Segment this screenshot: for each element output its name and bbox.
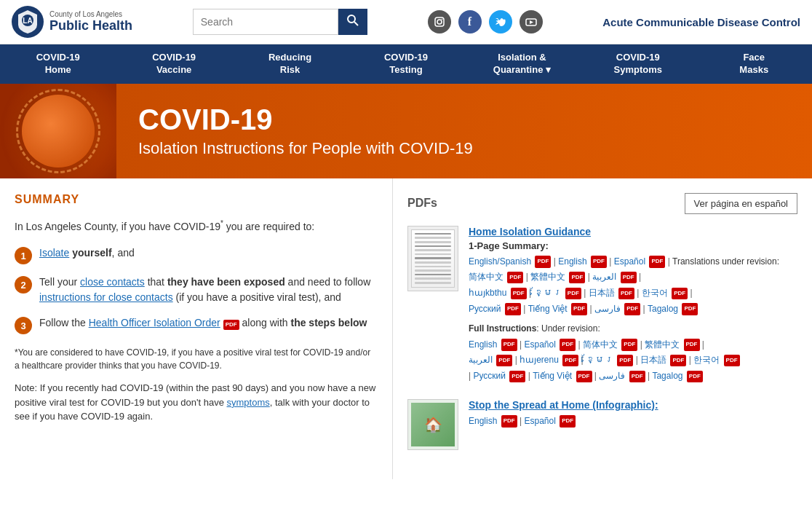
pdfs-panel: PDFs Ver página en español <box>393 178 812 479</box>
search-input[interactable] <box>193 9 338 35</box>
nav-face-masks[interactable]: Face Masks <box>696 44 812 84</box>
pdf-badge: PDF <box>591 256 607 267</box>
pdf-badge: PDF <box>501 415 517 427</box>
pdf-2-links: English PDF | Español PDF <box>469 414 797 430</box>
pdf-japanese-full[interactable]: 日本語 <box>640 355 666 365</box>
pdf-khmer-full[interactable]: ខ្មែរ <box>586 355 613 365</box>
acdc-title: Acute Communicable Disease Control <box>602 16 800 28</box>
pdf-farsi-1[interactable]: فارسی <box>594 304 621 314</box>
close-contact-instructions-link[interactable]: instructions for close contacts <box>39 291 173 303</box>
pdf-badge: PDF <box>617 355 633 366</box>
pdf-details-2: Stop the Spread at Home (Infographic): E… <box>469 399 797 450</box>
social-icons: f <box>428 10 543 34</box>
step-1: 1 Isolate yourself, and <box>15 245 378 264</box>
pdf-vietnamese-1[interactable]: Tiếng Việt <box>528 304 568 314</box>
pdf-english-full[interactable]: English <box>469 339 497 350</box>
nav-covid-vaccine[interactable]: COVID-19 Vaccine <box>116 44 231 84</box>
step-3: 3 Follow the Health Officer Isolation Or… <box>15 315 378 334</box>
pdf-1-title[interactable]: Home Isolation Guidance <box>469 226 797 237</box>
pdf-badge: PDF <box>535 256 551 267</box>
pdf-details-1: Home Isolation Guidance 1-Page Summary: … <box>469 226 797 385</box>
facebook-icon[interactable]: f <box>458 10 482 34</box>
svg-marker-8 <box>530 20 533 24</box>
pdf-badge: PDF <box>682 303 698 315</box>
pdf-russian-full[interactable]: Русский <box>473 371 506 381</box>
step-2-text: Tell your close contacts that they have … <box>39 275 378 305</box>
step-2-number: 2 <box>15 276 32 294</box>
pdf-badge: PDF <box>569 272 585 283</box>
infographic-espanol[interactable]: Español <box>525 416 556 426</box>
twitter-icon[interactable] <box>489 10 512 34</box>
county-label: County of Los Angeles <box>49 10 132 18</box>
pdf-badge: PDF <box>505 303 521 315</box>
pdf-badge: PDF <box>629 371 645 382</box>
nav-covid-testing[interactable]: COVID-19 Testing <box>348 44 463 84</box>
pdf-tagalog-1[interactable]: Tagalog <box>648 304 678 314</box>
pdf-korean-1[interactable]: 한국어 <box>642 288 668 298</box>
main-nav: COVID-19 Home COVID-19 Vaccine Reducing … <box>0 44 812 84</box>
infographic-thumb: 🏠 <box>407 399 458 450</box>
summary-title: SUMMARY <box>15 193 378 206</box>
note-block: Note: If you recently had COVID-19 (with… <box>15 381 378 424</box>
pdf-russian-1[interactable]: Русский <box>469 304 501 314</box>
pdf-simplified-chinese-1[interactable]: 简体中文 <box>469 272 503 282</box>
full-instructions-label: Full Instructions <box>469 323 536 334</box>
svg-line-3 <box>354 22 358 25</box>
main-content: SUMMARY In Los Angeles County, if you ha… <box>0 178 812 479</box>
pdf-farsi-full[interactable]: فارسی <box>599 371 625 381</box>
nav-reducing-risk[interactable]: Reducing Risk <box>232 44 348 84</box>
pdf-badge: PDF <box>670 355 686 366</box>
pdf-badge: PDF <box>576 371 592 382</box>
pdf-armenian-1[interactable]: հայkbthu <box>469 288 506 298</box>
infographic-english[interactable]: English <box>469 416 497 426</box>
public-health-label: Public Health <box>49 18 132 34</box>
youtube-icon[interactable] <box>520 10 543 34</box>
step-3-number: 3 <box>15 317 32 334</box>
pdf-badge: PDF <box>511 288 527 299</box>
svg-text:LA: LA <box>23 17 32 25</box>
pdf-item-1: Home Isolation Guidance 1-Page Summary: … <box>407 226 797 385</box>
search-button[interactable] <box>338 9 367 35</box>
svg-point-2 <box>348 15 355 23</box>
nav-covid-symptoms[interactable]: COVID-19 Symptoms <box>580 44 696 84</box>
nav-covid-home[interactable]: COVID-19 Home <box>0 44 116 84</box>
pdf-japanese-1[interactable]: 日本語 <box>589 288 615 298</box>
pdf-badge: PDF <box>684 339 700 350</box>
health-officer-order-link[interactable]: Health Officer Isolation Order <box>89 317 220 328</box>
isolate-link[interactable]: Isolate <box>39 247 69 259</box>
page-header: LA County of Los Angeles Public Health f <box>0 0 812 44</box>
pdf-espanol-full[interactable]: Español <box>525 339 556 350</box>
spanish-button[interactable]: Ver página en español <box>685 193 797 214</box>
pdf-traditional-chinese-full[interactable]: 繁體中文 <box>645 339 680 350</box>
pdfs-title: PDFs <box>407 197 437 210</box>
pdf-badge: PDF <box>507 272 523 283</box>
symptoms-link[interactable]: symptoms <box>227 397 270 408</box>
close-contacts-link[interactable]: close contacts <box>80 276 145 288</box>
pdf-simplified-chinese-full[interactable]: 简体中文 <box>583 339 618 350</box>
hero-subtitle: Isolation Instructions for People with C… <box>138 139 473 158</box>
step-3-text: Follow the Health Officer Isolation Orde… <box>39 315 367 331</box>
pdf-badge: PDF <box>501 339 517 350</box>
pdf-english-spanish[interactable]: English/Spanish <box>469 256 531 267</box>
pdf-badge: PDF <box>560 339 576 350</box>
nav-isolation-quarantine[interactable]: Isolation & Quarantine ▾ <box>464 44 580 84</box>
pdf-vietnamese-full[interactable]: Tiếng Việt <box>533 371 572 381</box>
pdf-arabic-full[interactable]: العربية <box>469 355 493 365</box>
instagram-icon[interactable] <box>428 10 451 34</box>
svg-point-5 <box>437 20 442 24</box>
pdf-arabic-1[interactable]: العربية <box>592 272 616 282</box>
pdf-english-1[interactable]: English <box>558 256 586 267</box>
pdf-khmer-1[interactable]: ខ្មែរ <box>534 288 562 298</box>
pdf-thumb-1 <box>407 226 458 291</box>
pdf-tagalog-full[interactable]: Tagalog <box>652 371 682 381</box>
hero-text: COVID-19 Isolation Instructions for Peop… <box>116 89 495 173</box>
pdf-korean-full[interactable]: 한국어 <box>693 355 720 365</box>
pdfs-header: PDFs Ver página en español <box>407 193 797 214</box>
search-area <box>193 9 367 35</box>
infographic-graphic: 🏠 <box>411 403 455 446</box>
pdf-armenian-full[interactable]: հայerenu <box>520 355 559 365</box>
step-2: 2 Tell your close contacts that they hav… <box>15 275 378 305</box>
pdf-espanol-1[interactable]: Español <box>614 256 645 267</box>
pdf-2-title[interactable]: Stop the Spread at Home (Infographic): <box>469 399 797 411</box>
pdf-traditional-chinese-1[interactable]: 繁體中文 <box>530 272 565 282</box>
